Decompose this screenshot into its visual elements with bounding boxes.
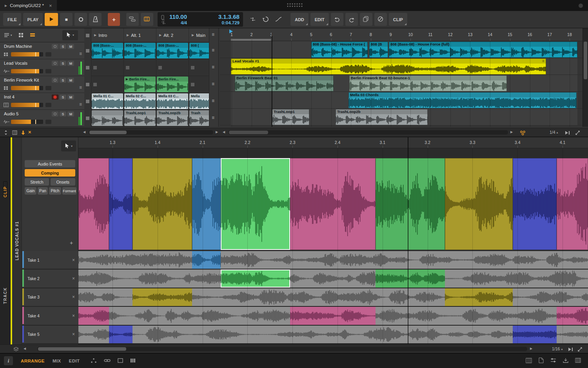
stop-all-clips-button[interactable] xyxy=(86,34,89,37)
empty-clip-slot[interactable] xyxy=(124,59,156,76)
tab-mix[interactable]: MIX xyxy=(53,359,61,363)
pan-control[interactable] xyxy=(45,120,51,124)
stop-track-clips-button[interactable] xyxy=(86,66,89,69)
mixer-panel-icon[interactable] xyxy=(526,358,532,364)
cancel-button[interactable] xyxy=(374,13,387,26)
track-lanes-icon[interactable]: ≡ xyxy=(212,47,214,53)
grid-view-icon[interactable] xyxy=(18,33,24,38)
mute-button[interactable]: M xyxy=(67,61,74,66)
pan-control[interactable] xyxy=(45,52,51,56)
mute-button[interactable]: M xyxy=(67,44,74,49)
volume-fader[interactable] xyxy=(11,52,43,56)
tempo-value[interactable]: 110.00 xyxy=(169,13,187,20)
time-signature-value[interactable]: 4/4 xyxy=(181,20,187,26)
launcher-clip[interactable]: ▶Berlin Fire... xyxy=(124,77,156,92)
editor-scroll-thumb[interactable] xyxy=(38,347,126,351)
layers-icon[interactable] xyxy=(13,346,20,352)
arranger-clip[interactable]: TrashLoop2b xyxy=(336,109,428,125)
comp-segment[interactable] xyxy=(290,158,376,250)
clip-slot[interactable]: 808 (Bass-... xyxy=(156,42,189,59)
comp-segment[interactable] xyxy=(376,158,445,250)
track-header[interactable]: Berlin Firework KitSM≡ xyxy=(0,76,84,93)
volume-fader[interactable] xyxy=(11,69,43,73)
comp-segment[interactable] xyxy=(513,158,557,250)
empty-clip-slot[interactable] xyxy=(156,59,189,76)
clip-slot[interactable]: 808 (Bass-... xyxy=(91,42,124,59)
tab-track[interactable]: TRACK xyxy=(3,287,7,304)
pan-control[interactable] xyxy=(45,86,51,90)
metronome-button[interactable] xyxy=(89,13,102,26)
stop-track-clips-button[interactable] xyxy=(86,117,89,120)
arranger-playhead[interactable] xyxy=(272,33,272,127)
clip-slot[interactable]: ▶Berlin Fire... xyxy=(124,76,156,93)
arranger-clip[interactable]: 808 (Bass-08) - House Force ( xyxy=(311,42,368,58)
comp-lane[interactable] xyxy=(78,158,588,250)
comp-segment[interactable] xyxy=(557,158,588,250)
scene-header[interactable]: ▶Alt. 2 xyxy=(156,28,189,42)
launcher-clip[interactable]: 808 ( xyxy=(189,43,209,58)
clip-slot[interactable]: Mella 03 C... xyxy=(156,93,189,110)
remove-take-button[interactable]: × xyxy=(72,313,75,319)
launcher-clip[interactable]: 808 (Bass-... xyxy=(92,43,123,58)
take-highlight-region[interactable] xyxy=(513,326,557,343)
deactivate-icon[interactable]: × xyxy=(28,129,31,135)
scene-header[interactable]: ▶Intro xyxy=(91,28,124,42)
arranger-vertical-scrollbar[interactable] xyxy=(583,28,588,127)
clip-slot[interactable]: Mella 02 C... xyxy=(124,93,156,110)
launcher-clip[interactable]: Mella xyxy=(189,93,209,109)
file-menu-button[interactable]: FILE xyxy=(3,13,21,26)
record-arm-button[interactable] xyxy=(52,44,58,49)
mute-button[interactable]: M xyxy=(67,95,74,100)
automation-curve-button[interactable] xyxy=(273,13,284,26)
clip-button[interactable]: CLIP xyxy=(389,13,407,26)
clip-options-icon[interactable]: ≡ xyxy=(542,59,544,63)
take-highlight-region[interactable] xyxy=(109,326,132,343)
track-header[interactable]: Inst 4SM≡ xyxy=(0,93,84,110)
automation-overdub-button[interactable] xyxy=(126,13,139,26)
launcher-clip[interactable]: Mella 03 C... xyxy=(157,93,188,109)
clip-slot[interactable]: 808 (Bass-... xyxy=(124,42,156,59)
launcher-clip[interactable]: Mella 01 C... xyxy=(92,93,123,109)
editor-scroll-right-icon[interactable]: ▶ xyxy=(530,347,532,350)
play-button[interactable] xyxy=(45,13,58,26)
titlebar-status-icon[interactable] xyxy=(579,4,583,8)
track-lanes-icon[interactable]: ≡ xyxy=(212,98,214,104)
arranger-scroll-left-icon[interactable]: ◀ xyxy=(223,130,225,134)
editor-zoom-control[interactable]: 1/16 ▴ xyxy=(552,346,563,351)
undo-button[interactable] xyxy=(331,13,343,26)
launcher-scroll-thumb[interactable] xyxy=(89,131,127,134)
scene-header[interactable]: ▶Main xyxy=(189,28,209,42)
editor-hscrollbar[interactable] xyxy=(37,347,527,351)
volume-fader[interactable] xyxy=(11,120,43,124)
track-lanes-icon[interactable]: ≡ xyxy=(212,81,214,87)
quantize-button[interactable] xyxy=(247,13,258,26)
volume-fader[interactable] xyxy=(11,86,43,90)
track-list-menu-icon[interactable]: ▾ xyxy=(4,33,12,37)
duplicate-button[interactable] xyxy=(360,13,372,26)
pan-control[interactable] xyxy=(45,69,51,73)
record-arm-button[interactable] xyxy=(52,61,58,66)
remove-take-button[interactable]: × xyxy=(72,332,75,337)
launcher-scroll-right-icon[interactable]: ▶ xyxy=(216,130,218,134)
scene-lanes-icon[interactable]: ≡ xyxy=(212,32,214,37)
launcher-scroll-left-icon[interactable]: ◀ xyxy=(83,130,85,134)
arranger-clip[interactable]: Lead Vocals #1≡ xyxy=(231,58,546,75)
comp-segment[interactable] xyxy=(445,158,513,250)
take-highlight-region[interactable] xyxy=(221,270,290,287)
add-button[interactable]: ADD xyxy=(290,13,309,26)
stop-track-clips-button[interactable] xyxy=(86,83,89,86)
empty-clip-slot[interactable] xyxy=(189,59,209,76)
time-value[interactable]: 0:04.729 xyxy=(222,20,240,26)
play-menu-button[interactable]: PLAY xyxy=(23,13,43,26)
take-highlight-region[interactable] xyxy=(290,307,376,324)
stretch-button[interactable]: Stretch xyxy=(25,178,49,186)
clip-slot[interactable]: Trash xyxy=(189,110,209,127)
document-tab[interactable]: ▶ CompingGUI22 * × xyxy=(0,0,57,11)
browser-panel-icon[interactable] xyxy=(539,357,544,364)
launcher-hscrollbar[interactable] xyxy=(89,130,213,135)
follow-playhead-icon[interactable] xyxy=(20,129,27,136)
tab-edit[interactable]: EDIT xyxy=(69,359,80,363)
track-menu-icon[interactable]: ≡ xyxy=(79,51,82,56)
take-lane[interactable] xyxy=(78,288,588,307)
add-take-button[interactable]: + xyxy=(68,240,74,246)
